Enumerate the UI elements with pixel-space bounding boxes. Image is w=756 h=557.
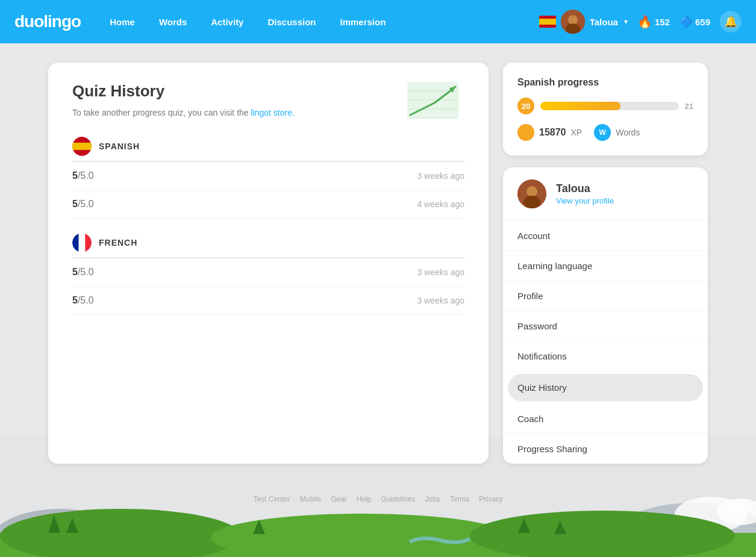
table-row: 5/5.0 3 weeks ago [72,287,464,315]
footer-link-help[interactable]: Help [357,495,372,503]
svg-rect-17 [85,233,92,252]
table-row: 5/5.0 4 weeks ago [72,190,464,219]
avatar [561,10,585,34]
svg-rect-1 [539,19,556,25]
words-icon: W [594,124,611,141]
words-stat: W Words [594,124,640,141]
svg-marker-32 [48,515,60,533]
profile-menu-card: Taloua View your profile Account Learnin… [503,167,708,464]
svg-rect-16 [79,233,86,252]
stats-row: 15870 XP W Words [517,124,693,141]
streak-count: 152 [655,17,670,27]
time-ago: 4 weeks ago [417,199,464,209]
main-content: Quiz History To take another progress qu… [0,43,756,483]
time-ago: 3 weeks ago [417,171,464,181]
xp-icon [517,124,534,141]
profile-avatar [517,179,546,208]
footer-link-terms[interactable]: Terms [450,495,470,503]
nav-activity[interactable]: Activity [201,12,253,32]
profile-header: Taloua View your profile [503,167,708,221]
svg-point-23 [90,521,271,557]
right-panel: Spanish progress 20 21 15870 XP W [503,63,708,464]
navbar: duolingo Home Words Activity Discussion … [0,0,756,43]
footer-link-jobs[interactable]: Jobs [425,495,440,503]
menu-item-quiz-history[interactable]: Quiz History [508,374,703,402]
time-ago: 3 weeks ago [417,296,464,305]
svg-rect-12 [72,143,92,150]
gem-count: 659 [695,17,710,27]
table-row: 5/5.0 3 weeks ago [72,258,464,287]
svg-point-31 [470,511,735,557]
nav-home[interactable]: Home [100,12,145,32]
menu-item-account[interactable]: Account [503,221,708,251]
svg-rect-28 [0,533,756,557]
chevron-down-icon: ▾ [624,17,628,26]
user-menu-button[interactable]: Taloua ▾ [539,10,628,34]
svg-point-29 [0,509,241,557]
table-row: 5/5.0 3 weeks ago [72,162,464,190]
trend-chart [404,76,464,126]
score-value: 5/5.0 [72,267,94,278]
nav-words[interactable]: Words [149,12,196,32]
menu-item-coach[interactable]: Coach [503,404,708,434]
profile-info: Taloua View your profile [556,182,614,206]
xp-label: XP [571,128,583,137]
footer-link-guidelines[interactable]: Guidelines [381,495,416,503]
svg-marker-35 [518,518,530,533]
svg-marker-36 [554,521,566,534]
menu-item-profile[interactable]: Profile [503,281,708,311]
subtitle-prefix: To take another progress quiz, you can v… [72,108,251,117]
streak-badge: 🔥 152 [637,14,670,29]
time-ago: 3 weeks ago [417,267,464,277]
menu-item-notifications[interactable]: Notifications [503,341,708,372]
fire-icon: 🔥 [637,14,652,29]
score-value: 5/5.0 [72,295,94,306]
lingot-store-link[interactable]: lingot store. [251,108,295,117]
navbar-right: Taloua ▾ 🔥 152 🔷 659 🔔 [539,10,742,34]
svg-point-3 [568,15,578,25]
svg-point-20 [523,196,540,208]
language-section-french: FRENCH 5/5.0 3 weeks ago 5/5.0 3 weeks a… [72,233,464,315]
spanish-header: SPANISH [72,137,464,162]
profile-username: Taloua [556,182,614,195]
level-bar-row: 20 21 [517,98,693,114]
xp-stat: 15870 XP [517,124,582,141]
level-current-badge: 20 [517,98,534,114]
progress-bar-container [540,102,679,110]
svg-marker-34 [253,520,265,534]
nav-links: Home Words Activity Discussion Immersion [100,12,539,32]
progress-bar-fill [540,102,620,110]
french-flag-icon [72,233,92,252]
footer-link-mobile[interactable]: Mobile [300,495,321,503]
menu-item-progress-sharing[interactable]: Progress Sharing [503,434,708,464]
score-value: 5/5.0 [72,170,94,181]
menu-item-password[interactable]: Password [503,311,708,341]
spanish-label: SPANISH [99,142,140,151]
nav-discussion[interactable]: Discussion [258,12,325,32]
progress-title: Spanish progress [517,77,693,88]
language-section-spanish: SPANISH 5/5.0 3 weeks ago 5/5.0 4 weeks … [72,137,464,219]
svg-point-24 [464,515,620,557]
xp-value: 15870 [539,127,566,138]
svg-marker-33 [66,518,78,533]
svg-point-30 [211,514,512,557]
menu-item-learning-language[interactable]: Learning language [503,251,708,281]
level-next-label: 21 [685,102,693,111]
spanish-progress-card: Spanish progress 20 21 15870 XP W [503,63,708,155]
svg-point-19 [526,186,537,197]
quiz-history-panel: Quiz History To take another progress qu… [48,63,489,464]
notification-bell-icon[interactable]: 🔔 [720,11,742,33]
svg-rect-15 [72,233,79,252]
nav-immersion[interactable]: Immersion [331,12,396,32]
view-profile-link[interactable]: View your profile [556,196,614,205]
flag-icon [539,16,556,28]
french-header: FRENCH [72,233,464,258]
logo[interactable]: duolingo [14,12,81,31]
footer-link-gear[interactable]: Gear [331,495,347,503]
score-value: 5/5.0 [72,199,94,210]
french-label: FRENCH [99,238,137,247]
words-label: Words [616,128,640,137]
footer-link-privacy[interactable]: Privacy [479,495,502,503]
footer-link-testcenter[interactable]: Test Center [253,495,290,503]
gem-icon: 🔷 [679,15,693,28]
